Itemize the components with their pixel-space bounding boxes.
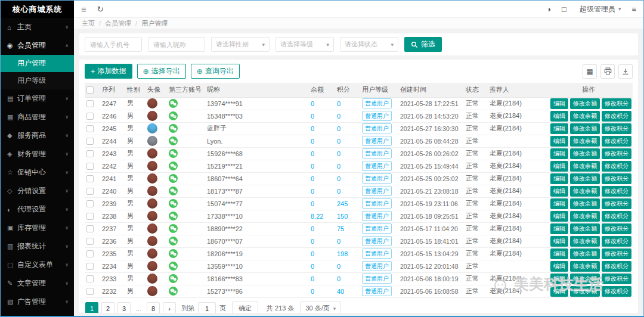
sidebar-item-goods[interactable]: ▦商品管理∨	[1, 108, 74, 126]
page-button-2[interactable]: 2	[101, 302, 114, 313]
modify-points-button[interactable]: 修改积分	[602, 223, 631, 234]
modify-balance-button[interactable]: 修改余额	[570, 111, 600, 122]
modify-balance-button[interactable]: 修改余额	[570, 211, 600, 222]
select-export-button[interactable]: ⊕ 选择导出	[137, 64, 186, 79]
modify-balance-button[interactable]: 修改余额	[570, 223, 600, 234]
admin-dropdown[interactable]: 超级管理员 ▾	[580, 4, 621, 14]
modify-points-button[interactable]: 修改积分	[602, 236, 631, 247]
modify-balance-button[interactable]: 修改余额	[570, 261, 600, 272]
modify-balance-button[interactable]: 修改余额	[570, 173, 600, 184]
fullscreen-icon[interactable]: □	[562, 5, 566, 13]
phone-input[interactable]	[85, 37, 142, 52]
sidebar-item-agent[interactable]: ◐代理设置∨	[1, 200, 74, 219]
modify-balance-button[interactable]: 修改余额	[570, 286, 600, 297]
edit-button[interactable]: 编辑	[550, 186, 568, 197]
row-checkbox[interactable]	[86, 113, 94, 120]
breadcrumb-item[interactable]: 会员管理	[105, 19, 131, 28]
theme-icon[interactable]: ◑	[546, 5, 551, 13]
row-checkbox[interactable]	[86, 150, 94, 157]
row-checkbox[interactable]	[86, 250, 94, 257]
sidebar-item-custom-form[interactable]: ▢自定义表单∨	[1, 256, 74, 274]
columns-filter-icon[interactable]: ▦	[583, 64, 597, 79]
edit-button[interactable]: 编辑	[550, 111, 568, 122]
edit-button[interactable]: 编辑	[550, 161, 568, 172]
row-checkbox[interactable]	[86, 288, 94, 295]
modify-points-button[interactable]: 修改积分	[602, 198, 631, 209]
sidebar-item-stock[interactable]: ▣库存管理∨	[1, 219, 74, 237]
row-checkbox[interactable]	[86, 175, 94, 182]
menu-collapse-icon[interactable]: ≡	[81, 5, 86, 14]
sidebar-item-members[interactable]: ◉会员管理∧	[1, 36, 74, 55]
modify-balance-button[interactable]: 修改余额	[570, 148, 600, 159]
row-checkbox[interactable]	[86, 225, 94, 232]
modify-balance-button[interactable]: 修改余额	[570, 98, 600, 109]
row-checkbox[interactable]	[86, 125, 94, 132]
level-select[interactable]: 请选择等级 ▾	[275, 37, 334, 52]
sidebar-item-report[interactable]: ▥报表统计∨	[1, 237, 74, 256]
row-checkbox[interactable]	[86, 200, 94, 207]
confirm-button[interactable]: 确定	[232, 302, 258, 313]
modify-points-button[interactable]: 修改积分	[602, 136, 631, 147]
row-checkbox[interactable]	[86, 263, 94, 270]
row-checkbox[interactable]	[86, 138, 94, 145]
sidebar-subitem-user-manage[interactable]: 用户管理	[1, 55, 74, 72]
goto-page-input[interactable]	[198, 302, 216, 313]
gender-select[interactable]: 请选择性别 ▾	[211, 37, 270, 52]
row-checkbox[interactable]	[86, 100, 94, 107]
select-all-checkbox[interactable]	[86, 86, 94, 94]
edit-button[interactable]: 编辑	[550, 198, 568, 209]
edit-button[interactable]: 编辑	[550, 173, 568, 184]
modify-balance-button[interactable]: 修改余额	[570, 274, 600, 284]
modify-points-button[interactable]: 修改积分	[602, 161, 631, 172]
page-button-3[interactable]: 3	[117, 302, 131, 313]
sidebar-item-orders[interactable]: ▤订单管理∨	[1, 89, 74, 108]
refresh-icon[interactable]: ↻	[97, 5, 104, 13]
print-icon[interactable]	[600, 64, 615, 79]
modify-points-button[interactable]: 修改积分	[602, 98, 631, 109]
modify-balance-button[interactable]: 修改余额	[570, 236, 600, 247]
page-button-8[interactable]: 8	[147, 302, 160, 313]
sidebar-item-distribution[interactable]: ◇分销设置∨	[1, 182, 74, 200]
modify-balance-button[interactable]: 修改余额	[570, 123, 600, 134]
modify-balance-button[interactable]: 修改余额	[570, 161, 600, 172]
modify-points-button[interactable]: 修改积分	[602, 274, 631, 284]
modify-points-button[interactable]: 修改积分	[602, 111, 631, 122]
sidebar-item-mall-settings[interactable]: ⊛商城设置∨	[1, 311, 74, 316]
edit-button[interactable]: 编辑	[550, 123, 568, 134]
page-button-1[interactable]: 1	[85, 302, 98, 313]
query-export-button[interactable]: ⊕ 查询导出	[191, 64, 240, 79]
more-icon[interactable]: ≡	[631, 5, 636, 13]
row-checkbox[interactable]	[86, 188, 94, 195]
sidebar-item-service-goods[interactable]: ◆服务商品∨	[1, 126, 74, 145]
modify-balance-button[interactable]: 修改余额	[570, 136, 600, 147]
edit-button[interactable]: 编辑	[550, 223, 568, 234]
next-page-button[interactable]: ›	[163, 302, 176, 313]
sidebar-item-finance[interactable]: ◈财务管理∨	[1, 145, 74, 163]
edit-button[interactable]: 编辑	[550, 148, 568, 159]
edit-button[interactable]: 编辑	[550, 136, 568, 147]
sidebar-item-article[interactable]: ✎文章管理∨	[1, 274, 74, 293]
edit-button[interactable]: 编辑	[550, 286, 568, 297]
row-checkbox[interactable]	[86, 238, 94, 245]
sidebar-item-home[interactable]: ⌂主页∨	[1, 18, 74, 36]
edit-button[interactable]: 编辑	[550, 211, 568, 222]
row-checkbox[interactable]	[86, 163, 94, 170]
add-data-button[interactable]: + 添加数据	[85, 64, 132, 79]
modify-points-button[interactable]: 修改积分	[602, 148, 631, 159]
filter-button[interactable]: 筛选	[404, 37, 442, 52]
nickname-input[interactable]	[148, 37, 205, 52]
modify-points-button[interactable]: 修改积分	[602, 211, 631, 222]
edit-button[interactable]: 编辑	[550, 261, 568, 272]
modify-points-button[interactable]: 修改积分	[602, 173, 631, 184]
modify-points-button[interactable]: 修改积分	[602, 123, 631, 134]
modify-points-button[interactable]: 修改积分	[602, 186, 631, 197]
sidebar-item-ad[interactable]: ▧广告管理∨	[1, 293, 74, 311]
modify-points-button[interactable]: 修改积分	[602, 261, 631, 272]
modify-balance-button[interactable]: 修改余额	[570, 198, 600, 209]
modify-points-button[interactable]: 修改积分	[602, 248, 631, 259]
edit-button[interactable]: 编辑	[550, 98, 568, 109]
breadcrumb-item[interactable]: 主页	[82, 19, 95, 28]
row-checkbox[interactable]	[86, 213, 94, 220]
status-select[interactable]: 请选择状态 ▾	[340, 37, 398, 52]
sidebar-item-promotion[interactable]: ☆促销中心∨	[1, 163, 74, 182]
